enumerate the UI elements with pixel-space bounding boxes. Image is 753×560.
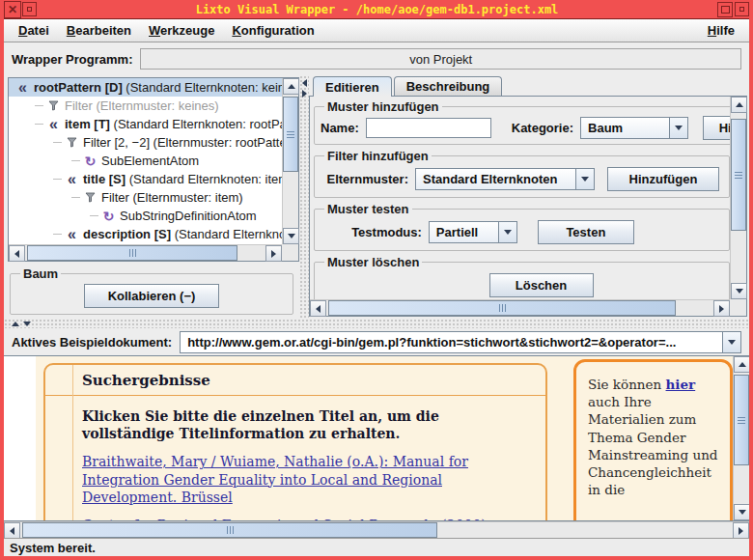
results-intro: Klicken Sie bitte die einzelnen Titel an… xyxy=(82,407,532,442)
thumb-grip-icon xyxy=(129,249,136,257)
scroll-up-button[interactable] xyxy=(731,97,747,113)
scroll-right-button[interactable] xyxy=(733,522,749,539)
browser-horizontal-scrollbar[interactable] xyxy=(4,521,749,538)
scroll-track[interactable] xyxy=(734,373,749,504)
window-menu-button[interactable] xyxy=(735,2,749,16)
scroll-track[interactable] xyxy=(283,95,298,228)
tree-row-label: item [T] (Standard Elternknoten: rootPat… xyxy=(65,117,282,131)
scroll-up-button[interactable] xyxy=(734,356,750,373)
menu-item-werkzeuge[interactable]: Werkzeuge xyxy=(140,23,223,38)
tree-row-label: Filter (Elternmuster: keines) xyxy=(65,98,219,113)
horizontal-splitter[interactable] xyxy=(4,319,749,328)
tree-connector xyxy=(35,124,43,125)
scroll-down-button[interactable] xyxy=(283,228,299,244)
arrow-up-icon xyxy=(739,362,746,367)
window-close-button[interactable]: ✕ xyxy=(4,1,21,18)
tree-row[interactable]: «rootPattern [D] (Standard Elternknoten:… xyxy=(9,78,282,97)
document-browser: Suchergebnisse Klicken Sie bitte die ein… xyxy=(4,355,749,521)
scroll-track[interactable] xyxy=(326,300,713,316)
tree-row-label: title [S] (Standard Elternknoten: item) xyxy=(83,172,282,186)
pattern-tree-panel: «rootPattern [D] (Standard Elternknoten:… xyxy=(4,75,299,319)
result-link[interactable]: Braithwaite, Mary / Wuiame, Nathalie (o.… xyxy=(82,453,532,506)
tree-horizontal-scrollbar[interactable] xyxy=(9,244,282,261)
category-combobox[interactable]: Baum xyxy=(580,117,688,139)
menu-bar: DateiBearbeitenWerkzeugeKonfiguration Hi… xyxy=(4,19,749,42)
parent-pattern-combobox[interactable]: Standard Elternknoten xyxy=(415,168,595,190)
tree-row-label: Filter (Elternmuster: item) xyxy=(101,190,243,205)
vertical-splitter[interactable] xyxy=(299,75,309,319)
maximize-icon xyxy=(721,6,730,14)
hier-link[interactable]: hier xyxy=(666,377,696,392)
scroll-track[interactable] xyxy=(20,522,733,538)
scroll-right-button[interactable] xyxy=(713,300,730,317)
scroll-left-button[interactable] xyxy=(4,522,20,539)
window-iconify-button[interactable] xyxy=(22,2,37,16)
scroll-track[interactable] xyxy=(731,113,746,283)
scroll-track[interactable] xyxy=(25,245,265,261)
scroll-thumb[interactable] xyxy=(283,97,298,172)
splitter-collapse-left-icon[interactable] xyxy=(302,79,307,87)
editor-vertical-scrollbar[interactable] xyxy=(730,97,746,299)
tree-row[interactable]: Filter (Elternmuster: keines) xyxy=(9,97,282,115)
tab-editieren[interactable]: Editieren xyxy=(313,76,392,97)
wrapper-program-field[interactable]: von Projekt xyxy=(140,48,741,70)
tree-connector xyxy=(71,197,80,198)
splitter-collapse-down-icon[interactable] xyxy=(23,322,31,326)
test-mode-combobox[interactable]: Partiell xyxy=(429,221,517,243)
category-label: Kategorie: xyxy=(512,121,573,135)
menu-item-konfiguration[interactable]: Konfiguration xyxy=(223,23,322,38)
scroll-down-button[interactable] xyxy=(734,504,750,520)
menu-item-datei[interactable]: Datei xyxy=(10,23,58,38)
sidebar-box: Sie können hier auch Ihre Materialien zu… xyxy=(573,359,733,520)
add-pattern-button[interactable]: Hinzufügen xyxy=(703,116,730,140)
parent-pattern-label: Elternmuster: xyxy=(326,172,408,186)
scroll-thumb[interactable] xyxy=(27,245,237,261)
scroll-thumb[interactable] xyxy=(734,375,749,465)
scroll-thumb[interactable] xyxy=(22,522,437,538)
window-maximize-button[interactable] xyxy=(717,2,733,17)
atom-icon: ↻ xyxy=(84,156,97,166)
tree-vertical-scrollbar[interactable] xyxy=(282,78,298,244)
menu-item-bearbeiten[interactable]: Bearbeiten xyxy=(58,23,140,38)
results-spacer-column xyxy=(45,365,73,520)
tree-row-label: description [S] (Standard Elternknoten xyxy=(83,227,282,241)
splitter-collapse-right-icon[interactable] xyxy=(302,90,307,98)
tree-row[interactable]: «description [S] (Standard Elternknoten xyxy=(9,225,282,243)
tree-row[interactable]: ↻SubElementAtom xyxy=(9,152,282,170)
scroll-up-button[interactable] xyxy=(283,78,299,95)
browser-vertical-scrollbar[interactable] xyxy=(733,356,749,520)
arrow-left-icon xyxy=(14,250,19,258)
baum-group-title: Baum xyxy=(20,266,61,281)
scroll-left-button[interactable] xyxy=(310,300,326,317)
name-input[interactable] xyxy=(366,118,491,138)
arrow-down-icon xyxy=(288,234,295,238)
main-split: «rootPattern [D] (Standard Elternknoten:… xyxy=(4,75,749,319)
tree-row[interactable]: «item [T] (Standard Elternknoten: rootPa… xyxy=(9,115,282,133)
document-url-combobox[interactable]: http://www.gem.or.at/cgi-bin/gem.pl?funk… xyxy=(180,331,741,353)
delete-pattern-title: Muster löschen xyxy=(324,255,422,269)
tree-row[interactable]: ↻SubStringDefinitionAtom xyxy=(9,207,282,225)
result-link[interactable]: Center for Regional Economic and Social … xyxy=(82,517,532,520)
scroll-left-button[interactable] xyxy=(9,245,25,262)
scroll-down-button[interactable] xyxy=(731,283,747,299)
tree-row[interactable]: Filter (Elternmuster: item) xyxy=(9,188,282,207)
tree-row-label: rootPattern [D] (Standard Elternknoten: … xyxy=(34,80,282,95)
tab-beschreibung[interactable]: Beschreibung xyxy=(394,76,503,96)
collapse-button[interactable]: Kollabieren (−) xyxy=(84,284,219,308)
scroll-thumb[interactable] xyxy=(731,119,746,231)
test-button[interactable]: Testen xyxy=(538,220,634,244)
title-bar[interactable]: ✕ Lixto Visual Wrapper - /home/aoe/gem-d… xyxy=(4,0,749,19)
splitter-collapse-up-icon[interactable] xyxy=(12,322,19,326)
active-document-row: Aktives Beispieldokument: http://www.gem… xyxy=(4,328,749,355)
delete-button[interactable]: Löschen xyxy=(489,273,594,297)
arrow-down-icon xyxy=(736,289,743,294)
sidebar-text-prefix: Sie können xyxy=(588,377,666,392)
tree-row[interactable]: Filter [2, −2] (Elternmuster: rootPatter… xyxy=(9,133,282,152)
add-filter-button[interactable]: Hinzufügen xyxy=(607,167,719,191)
tree-row[interactable]: «title [S] (Standard Elternknoten: item) xyxy=(9,170,282,188)
tree-row-label: Filter [2, −2] (Elternmuster: rootPatter… xyxy=(83,135,282,150)
scroll-right-button[interactable] xyxy=(265,245,282,262)
editor-horizontal-scrollbar[interactable] xyxy=(310,299,730,316)
scroll-thumb[interactable] xyxy=(328,300,676,316)
menu-item-hilfe[interactable]: Hilfe xyxy=(699,23,743,38)
